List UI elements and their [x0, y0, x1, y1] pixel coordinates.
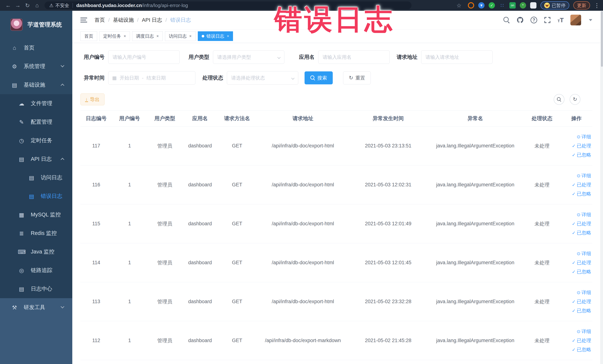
- sidebar-item-redis-monitor[interactable]: ≣ Redis 监控: [0, 224, 72, 243]
- check-icon: ✓: [572, 182, 576, 188]
- breadcrumb-api-log[interactable]: API 日志: [142, 16, 162, 23]
- detail-link[interactable]: ⊙详细: [577, 211, 591, 218]
- sidebar-item-mysql-monitor[interactable]: ▦ MySQL 监控: [0, 205, 72, 224]
- detail-link[interactable]: ⊙详细: [577, 328, 591, 335]
- tab-schedule-log[interactable]: 调度日志 ×: [132, 31, 163, 41]
- help-icon[interactable]: ?: [531, 17, 537, 23]
- sidebar-item-log-center[interactable]: ▤ 日志中心: [0, 280, 72, 298]
- sidebar-item-error-log[interactable]: ▤ 错误日志: [0, 187, 72, 205]
- app-logo[interactable]: 芋道管理系统: [0, 11, 72, 39]
- search-button[interactable]: 搜索: [304, 71, 333, 84]
- tab-home[interactable]: 首页: [81, 31, 97, 41]
- breadcrumb-infrastructure[interactable]: 基础设施: [113, 16, 134, 23]
- exception-time-range-picker[interactable]: ▦ 开始日期 - 结束日期: [108, 71, 195, 84]
- user-type-select[interactable]: 请选择用户类型: [213, 50, 284, 64]
- close-icon[interactable]: ×: [189, 34, 192, 39]
- sidebar-item-config-management[interactable]: ✎ 配置管理: [0, 113, 72, 131]
- github-icon[interactable]: [516, 16, 524, 24]
- mark-ignored-link[interactable]: ✓已忽略: [572, 269, 591, 275]
- sidebar-item-scheduled-tasks[interactable]: ◷ 定时任务: [0, 131, 72, 150]
- user-avatar[interactable]: [570, 15, 581, 25]
- sidebar-item-api-log[interactable]: ▤ API 日志: [0, 150, 72, 168]
- tab-error-log[interactable]: 错误日志 ×: [198, 31, 233, 41]
- fullscreen-icon[interactable]: [544, 16, 551, 23]
- reset-button[interactable]: ↻ 重置: [343, 71, 371, 84]
- user-type-label: 用户类型: [185, 54, 213, 61]
- extensions-puzzle-icon[interactable]: [530, 2, 536, 9]
- sidebar-menu: 芋道管理系统 ⌂ 首页 ⚙ 系统管理 ▤ 基础设施 ☁ 文件管理 ✎ 配置管理: [0, 11, 72, 298]
- tab-scheduled-tasks[interactable]: 定时任务 ×: [99, 31, 130, 41]
- close-icon[interactable]: ×: [156, 34, 159, 39]
- extension-grid-icon[interactable]: ∷: [499, 2, 505, 9]
- sidebar-item-system-management[interactable]: ⚙ 系统管理: [0, 57, 72, 76]
- sidebar-item-file-management[interactable]: ☁ 文件管理: [0, 94, 72, 113]
- mark-processed-link[interactable]: ✓已处理: [572, 143, 591, 149]
- sidebar-item-java-monitor[interactable]: ⌨ Java 监控: [0, 243, 72, 261]
- cell-app-name: dashboard: [182, 282, 218, 321]
- cell-operations: ⊙详细 ✓已处理 ✓已忽略: [561, 243, 592, 282]
- search-icon[interactable]: [503, 17, 510, 23]
- scrollbar-thumb[interactable]: [601, 11, 603, 67]
- bookmark-star-icon[interactable]: ☆: [454, 2, 464, 9]
- sidebar-item-access-log[interactable]: ▤ 访问日志: [0, 168, 72, 187]
- mark-processed-link[interactable]: ✓已处理: [572, 259, 591, 266]
- request-url-input[interactable]: [421, 50, 493, 64]
- select-placeholder: 请选择用户类型: [217, 54, 251, 60]
- close-icon[interactable]: ×: [124, 34, 126, 39]
- browser-menu-icon[interactable]: ⋮: [594, 2, 600, 9]
- breadcrumb-home[interactable]: 首页: [94, 16, 105, 23]
- tab-label: 首页: [84, 33, 93, 39]
- cell-app-name: dashboard: [182, 321, 218, 360]
- page-scrollbar[interactable]: [600, 11, 603, 364]
- detail-link[interactable]: ⊙详细: [577, 250, 591, 257]
- back-icon[interactable]: ←: [3, 2, 13, 9]
- extension-shield-icon[interactable]: ▼: [478, 2, 485, 9]
- caret-down-icon[interactable]: [589, 19, 592, 21]
- mark-processed-link[interactable]: ✓已处理: [572, 221, 591, 227]
- sidebar-item-infrastructure[interactable]: ▤ 基础设施: [0, 76, 72, 94]
- security-chip[interactable]: ⚠ 不安全: [49, 2, 69, 9]
- sidebar-item-trace[interactable]: ◎ 链路追踪: [0, 261, 72, 280]
- eye-icon: ⊙: [577, 173, 580, 178]
- extension-sprout-icon[interactable]: *: [520, 2, 526, 9]
- mark-processed-link[interactable]: ✓已处理: [572, 298, 591, 305]
- reload-icon[interactable]: ↻: [23, 2, 32, 9]
- sidebar-item-label: 日志中心: [31, 285, 52, 293]
- export-button[interactable]: ↓ 导出: [81, 94, 104, 105]
- user-id-input[interactable]: [108, 50, 180, 64]
- mark-ignored-link[interactable]: ✓已忽略: [572, 346, 591, 353]
- extension-on-badge-icon[interactable]: on: [509, 2, 516, 9]
- mark-ignored-link[interactable]: ✓已忽略: [572, 152, 591, 158]
- col-request-url: 请求地址: [256, 111, 349, 127]
- mark-ignored-link[interactable]: ✓已忽略: [572, 307, 591, 314]
- app-name-input[interactable]: [318, 50, 390, 64]
- process-status-select[interactable]: 请选择处理状态: [227, 71, 298, 84]
- sidebar-item-home[interactable]: ⌂ 首页: [0, 39, 72, 57]
- process-status-label: 处理状态: [199, 74, 227, 82]
- forward-icon[interactable]: →: [13, 2, 23, 9]
- font-size-icon[interactable]: TT: [557, 16, 564, 24]
- detail-link[interactable]: ⊙详细: [577, 133, 591, 140]
- mark-processed-link[interactable]: ✓已处理: [572, 182, 591, 188]
- detail-link[interactable]: ⊙详细: [577, 172, 591, 179]
- extension-orange-icon[interactable]: [468, 2, 474, 9]
- mark-ignored-link[interactable]: ✓已忽略: [572, 191, 591, 197]
- browser-home-icon[interactable]: ⌂: [32, 2, 42, 9]
- mark-ignored-link[interactable]: ✓已忽略: [572, 230, 591, 236]
- mark-processed-link[interactable]: ✓已处理: [572, 337, 591, 344]
- export-button-label: 导出: [90, 96, 100, 103]
- detail-link[interactable]: ⊙详细: [577, 289, 591, 296]
- sidebar-item-devtools[interactable]: ⚒ 研发工具: [0, 298, 72, 317]
- tab-access-log[interactable]: 访问日志 ×: [165, 31, 196, 41]
- update-button[interactable]: 更新: [573, 1, 590, 10]
- extension-green-check-icon[interactable]: ✓: [489, 2, 495, 9]
- close-icon[interactable]: ×: [227, 34, 229, 39]
- check-icon: ✓: [572, 143, 576, 149]
- sidebar-item-label: 访问日志: [41, 174, 62, 181]
- hamburger-icon[interactable]: [81, 18, 87, 23]
- paused-badge[interactable]: 已暂停: [541, 1, 569, 10]
- toggle-search-button[interactable]: [554, 94, 564, 105]
- warning-icon: ⚠: [49, 3, 53, 8]
- refresh-table-button[interactable]: ↻: [570, 94, 580, 105]
- eye-icon: ⊙: [577, 329, 580, 334]
